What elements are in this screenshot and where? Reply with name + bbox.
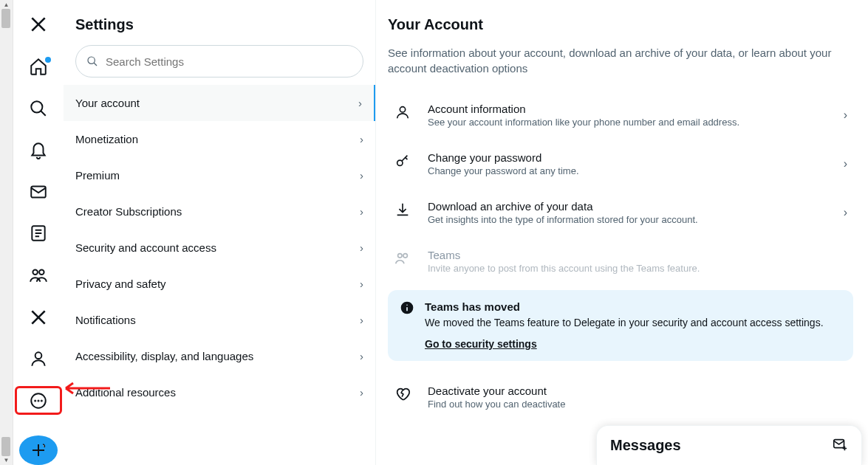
heart-broken-icon bbox=[394, 385, 411, 402]
svg-point-11 bbox=[400, 107, 405, 112]
settings-item-premium[interactable]: Premium› bbox=[64, 157, 375, 193]
svg-point-10 bbox=[88, 57, 95, 63]
communities-icon[interactable] bbox=[20, 261, 57, 290]
search-icon[interactable] bbox=[20, 94, 57, 123]
page-title: Your Account bbox=[388, 10, 853, 45]
main-content: Your Account See information about your … bbox=[376, 0, 868, 465]
premium-icon[interactable] bbox=[20, 303, 57, 331]
chevron-right-icon: › bbox=[360, 205, 363, 218]
chevron-right-icon: › bbox=[360, 169, 363, 182]
svg-point-4 bbox=[39, 269, 44, 275]
chevron-right-icon: › bbox=[360, 314, 363, 326]
new-message-icon[interactable] bbox=[832, 436, 848, 455]
key-icon bbox=[394, 151, 411, 169]
search-icon bbox=[86, 55, 98, 67]
nav-rail bbox=[13, 0, 64, 465]
search-settings-input[interactable] bbox=[75, 45, 363, 78]
option-change-password[interactable]: Change your passwordChange your password… bbox=[388, 140, 853, 188]
settings-item-monetization[interactable]: Monetization› bbox=[64, 121, 375, 157]
chevron-right-icon: › bbox=[360, 386, 363, 399]
settings-item-your-account[interactable]: Your account› bbox=[64, 85, 375, 121]
compose-button[interactable] bbox=[19, 435, 58, 465]
notification-dot bbox=[45, 57, 51, 63]
teams-moved-notice: Teams has moved We moved the Teams featu… bbox=[388, 290, 853, 361]
svg-point-7 bbox=[35, 400, 35, 401]
chevron-right-icon: › bbox=[360, 241, 363, 254]
chevron-right-icon: › bbox=[844, 108, 847, 122]
go-to-security-link[interactable]: Go to security settings bbox=[425, 338, 537, 350]
option-teams: TeamsInvite anyone to post from this acc… bbox=[388, 237, 853, 286]
svg-point-0 bbox=[31, 101, 42, 112]
svg-point-13 bbox=[398, 254, 403, 258]
info-icon bbox=[400, 300, 414, 315]
chevron-right-icon: › bbox=[844, 157, 847, 170]
option-download-archive[interactable]: Download an archive of your dataGet insi… bbox=[388, 188, 853, 237]
option-account-information[interactable]: Account informationSee your account info… bbox=[388, 91, 853, 140]
download-icon bbox=[394, 200, 411, 218]
svg-point-5 bbox=[35, 353, 42, 359]
lists-icon[interactable] bbox=[20, 219, 57, 248]
bell-icon[interactable] bbox=[20, 136, 57, 165]
option-deactivate[interactable]: Deactivate your accountFind out how you … bbox=[388, 373, 853, 421]
chevron-right-icon: › bbox=[844, 206, 847, 219]
chevron-right-icon: › bbox=[360, 133, 363, 145]
settings-item-security[interactable]: Security and account access› bbox=[64, 230, 375, 266]
home-icon[interactable] bbox=[20, 52, 57, 81]
page-scrollbar[interactable]: ▲ ▼ bbox=[0, 0, 13, 465]
settings-item-privacy[interactable]: Privacy and safety› bbox=[64, 266, 375, 302]
x-logo-icon[interactable] bbox=[20, 10, 57, 39]
annotation-arrow bbox=[60, 381, 112, 396]
svg-point-14 bbox=[403, 254, 408, 258]
team-icon bbox=[394, 249, 411, 266]
messages-drawer[interactable]: Messages bbox=[596, 425, 862, 465]
settings-item-creator-subs[interactable]: Creator Subscriptions› bbox=[64, 193, 375, 230]
person-icon bbox=[394, 103, 411, 120]
settings-item-notifications[interactable]: Notifications› bbox=[64, 302, 375, 338]
page-description: See information about your account, down… bbox=[388, 45, 853, 91]
profile-icon[interactable] bbox=[20, 345, 57, 373]
chevron-right-icon: › bbox=[360, 350, 363, 362]
svg-point-3 bbox=[33, 269, 38, 275]
settings-title: Settings bbox=[64, 10, 375, 45]
chevron-right-icon: › bbox=[360, 278, 363, 290]
svg-point-12 bbox=[397, 160, 403, 165]
svg-point-9 bbox=[41, 400, 42, 401]
mail-icon[interactable] bbox=[20, 177, 57, 206]
svg-point-8 bbox=[38, 400, 38, 401]
chevron-right-icon: › bbox=[358, 97, 362, 109]
more-icon[interactable] bbox=[15, 386, 62, 414]
settings-item-accessibility[interactable]: Accessibility, display, and languages› bbox=[64, 338, 375, 374]
